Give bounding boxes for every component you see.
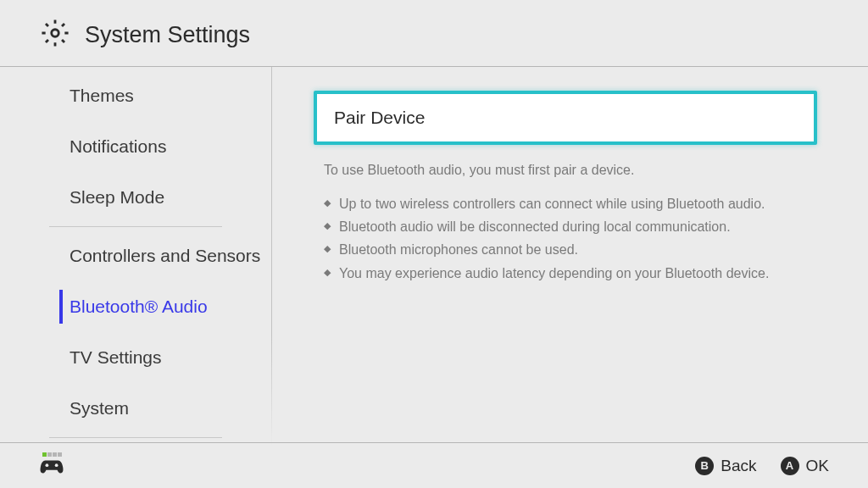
sidebar-item-themes[interactable]: Themes [0, 70, 271, 121]
info-bullet: Bluetooth microphones cannot be used. [324, 238, 817, 261]
sidebar-item-label: Controllers and Sensors [70, 246, 260, 265]
sidebar-item-label: Sleep Mode [70, 187, 164, 207]
sidebar-item-label: TV Settings [70, 347, 162, 367]
sidebar-item-tv-settings[interactable]: TV Settings [0, 332, 271, 383]
gear-icon [41, 19, 85, 51]
sidebar-item-sleep-mode[interactable]: Sleep Mode [0, 172, 271, 223]
info-bullet: Bluetooth audio will be disconnected dur… [324, 215, 817, 238]
a-button-icon: A [781, 457, 799, 475]
sidebar-item-label: Notifications [70, 136, 166, 156]
battery-indicator [42, 452, 62, 457]
controller-icon [39, 458, 64, 479]
sidebar-item-notifications[interactable]: Notifications [0, 121, 271, 172]
b-button-icon: B [695, 457, 714, 475]
back-button[interactable]: B Back [695, 457, 756, 475]
sidebar-item-controllers-sensors[interactable]: Controllers and Sensors [0, 230, 271, 281]
ok-label: OK [806, 457, 829, 475]
sidebar: Themes Notifications Sleep Mode Controll… [0, 67, 271, 446]
page-title: System Settings [85, 22, 250, 48]
ok-button[interactable]: A OK [781, 457, 829, 475]
footer: B Back A OK [0, 442, 868, 488]
info-bullet: Up to two wireless controllers can conne… [324, 192, 817, 215]
back-label: Back [721, 457, 756, 475]
sidebar-item-system[interactable]: System [0, 383, 271, 434]
sidebar-divider [49, 226, 222, 227]
pair-device-button[interactable]: Pair Device [314, 91, 817, 145]
svg-point-2 [55, 463, 58, 467]
sidebar-item-label: Bluetooth® Audio [70, 297, 208, 316]
svg-point-1 [46, 463, 49, 467]
sidebar-item-bluetooth-audio[interactable]: Bluetooth® Audio [0, 281, 271, 332]
info-bullet: You may experience audio latency dependi… [324, 262, 817, 285]
header: System Settings [0, 0, 868, 67]
svg-point-0 [52, 30, 59, 37]
pair-device-label: Pair Device [334, 108, 425, 127]
controller-status [39, 452, 64, 479]
footer-buttons: B Back A OK [695, 457, 829, 475]
content-area: Themes Notifications Sleep Mode Controll… [0, 67, 868, 446]
description-text: To use Bluetooth audio, you must first p… [324, 160, 817, 180]
info-bullet-list: Up to two wireless controllers can conne… [324, 192, 817, 285]
main-separator [271, 67, 272, 446]
main-panel: Pair Device To use Bluetooth audio, you … [271, 67, 868, 446]
sidebar-item-label: System [70, 398, 129, 418]
sidebar-item-label: Themes [70, 86, 134, 105]
sidebar-divider [49, 437, 222, 438]
